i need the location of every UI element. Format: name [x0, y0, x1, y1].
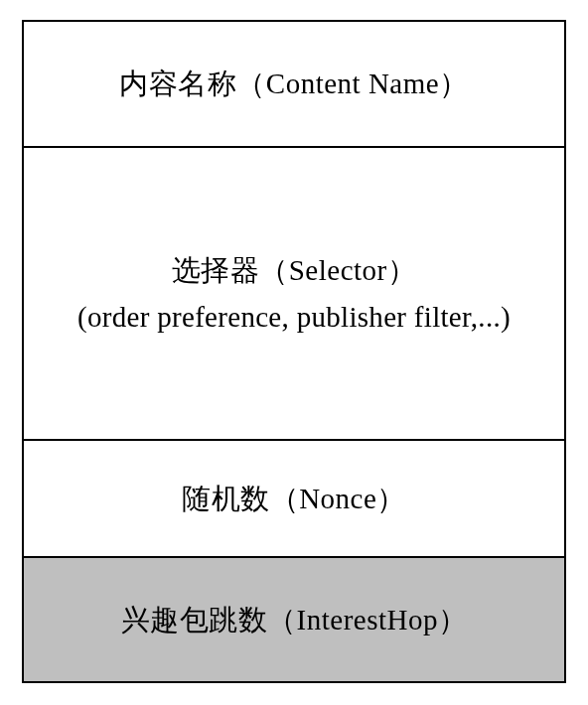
field-interest-hop-label: 兴趣包跳数（InterestHop） — [121, 597, 468, 642]
field-content-name: 内容名称（Content Name） — [24, 22, 564, 148]
field-selector-subtitle: (order preference, publisher filter,...) — [77, 294, 511, 340]
field-interest-hop: 兴趣包跳数（InterestHop） — [24, 558, 564, 681]
field-selector: 选择器（Selector） (order preference, publish… — [24, 148, 564, 441]
packet-structure-diagram: 内容名称（Content Name） 选择器（Selector） (order … — [22, 20, 566, 683]
field-content-name-label: 内容名称（Content Name） — [119, 61, 468, 106]
field-nonce: 随机数（Nonce） — [24, 441, 564, 558]
field-selector-label: 选择器（Selector） — [172, 247, 417, 293]
field-nonce-label: 随机数（Nonce） — [182, 476, 406, 521]
